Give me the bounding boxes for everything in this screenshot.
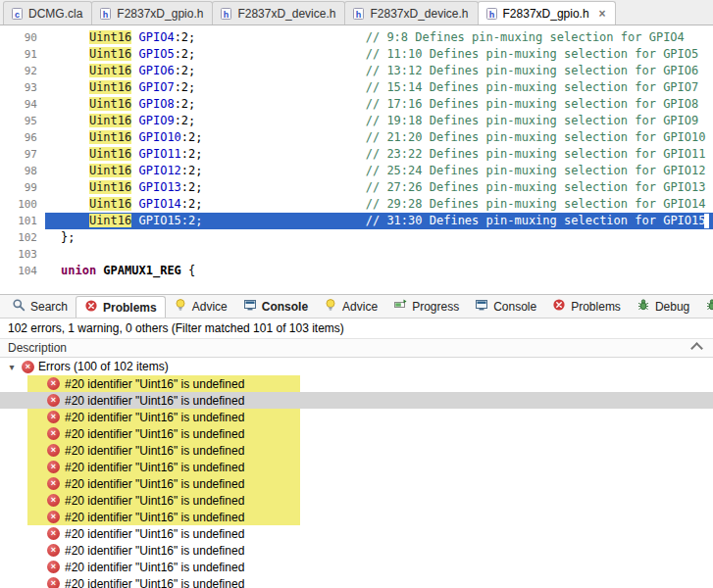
error-icon: × (22, 361, 34, 373)
code-line-92[interactable]: 92 Uint16 GPIO6:2; // 13:12 Defines pin-… (0, 63, 713, 79)
code-token: :2; (175, 64, 196, 77)
editor-tab-F2837xD_gpio.h[interactable]: hF2837xD_gpio.h× (478, 1, 616, 24)
code-token: :2; (175, 30, 196, 44)
problem-row[interactable]: ×#20 identifier "Uint16" is undefined (0, 575, 713, 588)
line-number[interactable]: 97 (0, 146, 45, 163)
code-line-96[interactable]: 96 Uint16 GPIO10:2; // 21:20 Defines pin… (0, 129, 713, 146)
svg-text:c: c (15, 9, 20, 19)
minimize-icon[interactable] (690, 342, 703, 355)
close-icon[interactable]: × (599, 7, 606, 21)
code-line-91[interactable]: 91 Uint16 GPIO5:2; // 11:10 Defines pin-… (0, 46, 713, 63)
code-line-93[interactable]: 93 Uint16 GPIO7:2; // 15:14 Defines pin-… (0, 79, 713, 96)
line-number[interactable]: 104 (0, 263, 45, 279)
line-number[interactable]: 94 (0, 96, 45, 113)
code-comment: // 29:28 Defines pin-muxing selection fo… (366, 197, 706, 211)
error-icon: × (47, 477, 60, 490)
code-text: Uint16 GPIO14:2; // 29:28 Defines pin-mu… (45, 196, 713, 213)
console-icon (243, 298, 257, 315)
code-line-90[interactable]: 90 Uint16 GPIO4:2; // 9:8 Defines pin-mu… (0, 29, 713, 46)
code-token: GPIO15 (139, 214, 181, 227)
panel-tab-search-0[interactable]: Search (4, 295, 76, 318)
code-line-100[interactable]: 100 Uint16 GPIO14:2; // 29:28 Defines pi… (0, 196, 713, 213)
panel-tab-advice-4[interactable]: Advice (316, 295, 385, 318)
line-number[interactable]: 92 (0, 63, 45, 79)
line-number[interactable]: 91 (0, 46, 45, 63)
problem-row[interactable]: ×#20 identifier "Uint16" is undefined (0, 475, 713, 492)
tab-label: F2837xD_device.h (237, 7, 335, 21)
code-token: Uint16 (89, 64, 131, 77)
line-number[interactable]: 100 (0, 196, 45, 213)
code-token (131, 164, 138, 177)
tab-label: DCMG.cla (28, 7, 82, 21)
editor-tab-DCMG.cla[interactable]: cDCMG.cla (3, 1, 92, 24)
line-number[interactable]: 102 (0, 229, 45, 246)
code-token: GPIO8 (139, 97, 175, 111)
code-comment: // 17:16 Defines pin-muxing selection fo… (366, 97, 699, 111)
line-number[interactable]: 95 (0, 113, 45, 129)
problem-row[interactable]: ×#20 identifier "Uint16" is undefined (0, 509, 713, 525)
file-h-icon: h (99, 7, 112, 21)
line-number[interactable]: 93 (0, 79, 45, 96)
code-line-103[interactable]: 103 (0, 246, 713, 263)
problem-row[interactable]: ×#20 identifier "Uint16" is undefined (0, 559, 713, 575)
code-line-98[interactable]: 98 Uint16 GPIO12:2; // 25:24 Defines pin… (0, 163, 713, 179)
panel-tab-problems-1[interactable]: Problems (76, 296, 166, 318)
problem-text: #20 identifier "Uint16" is undefined (65, 394, 244, 408)
panel-tab-console-3[interactable]: Console (235, 295, 316, 318)
problem-row[interactable]: ×#20 identifier "Uint16" is undefined (0, 392, 713, 409)
code-token: Uint16 (89, 164, 131, 177)
problem-text: #20 identifier "Uint16" is undefined (65, 461, 244, 474)
line-number[interactable]: 103 (0, 246, 45, 263)
panel-tab-problems-7[interactable]: Problems (544, 295, 629, 318)
error-icon: × (47, 394, 60, 407)
panel-tab-debug-8[interactable]: Debug (629, 295, 697, 318)
line-number[interactable]: 98 (0, 163, 45, 179)
editor-tab-F2837xD_device.h[interactable]: hF2837xD_device.h (344, 1, 478, 24)
error-icon: × (47, 377, 60, 390)
code-token: :2; (175, 47, 196, 61)
problem-row[interactable]: ×#20 identifier "Uint16" is undefined (0, 492, 713, 509)
errors-group-row[interactable]: ▾ × Errors (100 of 102 items) (0, 358, 713, 375)
problem-row[interactable]: ×#20 identifier "Uint16" is undefined (0, 425, 713, 442)
error-icon: × (47, 577, 60, 588)
problem-row[interactable]: ×#20 identifier "Uint16" is undefined (0, 542, 713, 559)
code-token: Uint16 (89, 147, 131, 161)
problem-text: #20 identifier "Uint16" is undefined (65, 544, 244, 558)
panel-tab-de-9[interactable]: De (697, 295, 713, 318)
panel-tab-label: Advice (342, 300, 378, 314)
code-token (61, 114, 89, 127)
code-token (131, 64, 138, 77)
problems-icon (552, 298, 566, 315)
code-token (61, 80, 89, 94)
description-column-header[interactable]: Description (0, 338, 713, 358)
code-line-94[interactable]: 94 Uint16 GPIO8:2; // 17:16 Defines pin-… (0, 96, 713, 113)
code-token: GPIO11 (139, 147, 181, 161)
panel-tab-console-6[interactable]: Console (467, 295, 544, 318)
line-number[interactable]: 96 (0, 129, 45, 146)
problem-row[interactable]: ×#20 identifier "Uint16" is undefined (0, 525, 713, 542)
code-editor[interactable]: 90 Uint16 GPIO4:2; // 9:8 Defines pin-mu… (0, 25, 713, 294)
code-line-102[interactable]: 102}; (0, 229, 713, 246)
line-number[interactable]: 101 (0, 213, 45, 229)
code-line-104[interactable]: 104union GPAMUX1_REG { (0, 263, 713, 279)
editor-tab-F2837xD_device.h[interactable]: hF2837xD_device.h (212, 1, 345, 24)
editor-tab-bar: cDCMG.clahF2837xD_gpio.hhF2837xD_device.… (0, 0, 713, 25)
panel-tab-advice-2[interactable]: Advice (166, 295, 235, 318)
problem-row[interactable]: ×#20 identifier "Uint16" is undefined (0, 459, 713, 475)
code-line-99[interactable]: 99 Uint16 GPIO13:2; // 27:26 Defines pin… (0, 179, 713, 196)
panel-tab-progress-5[interactable]: Progress (385, 295, 467, 318)
line-number[interactable]: 99 (0, 179, 45, 196)
code-line-97[interactable]: 97 Uint16 GPIO11:2; // 23:22 Defines pin… (0, 146, 713, 163)
code-comment: // 11:10 Defines pin-muxing selection fo… (366, 47, 699, 61)
advice-icon (324, 298, 337, 315)
code-line-101[interactable]: 101 Uint16 GPIO15:2; // 31:30 Defines pi… (0, 213, 713, 229)
panel-tab-label: Console (493, 300, 536, 314)
problem-row[interactable]: ×#20 identifier "Uint16" is undefined (0, 409, 713, 425)
editor-tab-F2837xD_gpio.h[interactable]: hF2837xD_gpio.h (91, 1, 213, 24)
tree-expand-icon[interactable]: ▾ (6, 362, 18, 372)
error-icon: × (47, 411, 60, 423)
problem-row[interactable]: ×#20 identifier "Uint16" is undefined (0, 375, 713, 392)
code-line-95[interactable]: 95 Uint16 GPIO9:2; // 19:18 Defines pin-… (0, 113, 713, 129)
line-number[interactable]: 90 (0, 29, 45, 46)
problem-row[interactable]: ×#20 identifier "Uint16" is undefined (0, 442, 713, 459)
